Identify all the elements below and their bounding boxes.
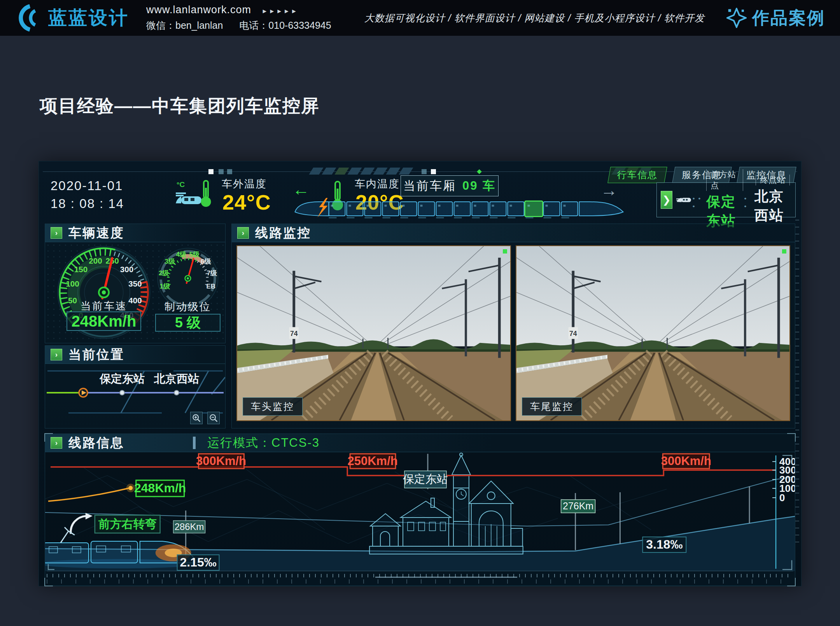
portfolio-label: 作品案例 bbox=[752, 7, 825, 30]
brake-level-label: 制动级位 bbox=[153, 300, 222, 314]
svg-text:3级: 3级 bbox=[165, 258, 175, 265]
svg-text:1级: 1级 bbox=[159, 283, 170, 290]
deco-square bbox=[431, 169, 436, 174]
chart-station-label: 保定东站 bbox=[403, 473, 448, 485]
map-station-2: 北京西站 bbox=[154, 372, 199, 385]
camera-head-label: 车头监控 bbox=[243, 397, 303, 416]
time-text: 18 : 08 : 14 bbox=[51, 195, 124, 213]
zoom-out-button[interactable] bbox=[207, 412, 220, 424]
camera-head-view[interactable]: 车头监控 bbox=[236, 245, 511, 421]
deco-square bbox=[208, 169, 214, 174]
svg-text:150: 150 bbox=[74, 265, 88, 274]
portfolio-link[interactable]: 作品案例 bbox=[726, 7, 825, 30]
next-station-label: 前方站点 bbox=[706, 169, 743, 191]
prev-car-arrow[interactable]: ← bbox=[292, 181, 310, 198]
train-thermometer-icon: °C bbox=[176, 178, 216, 211]
site-header: 蓝蓝设计 www.lanlanwork.com ►►►►► 微信：ben_lan… bbox=[0, 0, 840, 36]
camera-status-icon bbox=[503, 249, 507, 254]
deco-diamond bbox=[477, 169, 482, 174]
svg-text:°C: °C bbox=[177, 180, 185, 189]
train-monitor-dashboard: 2020-11-01 18 : 08 : 14 °C 车外温度 24°C 车内温… bbox=[39, 161, 801, 586]
chart-current-speed: 248Km/h bbox=[134, 481, 186, 495]
camera-grid: 车头监控 车尾监控 bbox=[232, 242, 795, 421]
dots-deco: • • bbox=[744, 195, 749, 210]
speed-limit-2: 250Km/h bbox=[348, 454, 398, 468]
brake-gauge: 1级 2级 3级 4级 5级 6级 7级 EB 制动级位 5 级 bbox=[153, 245, 222, 343]
current-speed-value: 248Km/h bbox=[66, 311, 141, 331]
gradient-label-1: 2.15‰ bbox=[180, 555, 217, 569]
speed-limit-1: 300Km/h bbox=[196, 454, 246, 468]
gradient-label-2: 3.18‰ bbox=[646, 537, 682, 551]
mode-divider bbox=[193, 437, 196, 449]
zoom-in-button[interactable] bbox=[190, 412, 203, 424]
edge-ruler-deco bbox=[795, 220, 799, 543]
current-car-label: 当前车厢 bbox=[403, 178, 456, 194]
inside-temp-label: 车内温度 bbox=[355, 177, 400, 191]
speed-limit-3: 300Km/h bbox=[661, 454, 711, 468]
contact-block: www.lanlanwork.com ►►►►► 微信：ben_lanlan 电… bbox=[146, 4, 331, 32]
train-diagram bbox=[291, 197, 627, 221]
svg-text:7级: 7级 bbox=[207, 269, 217, 277]
ruler-thumb[interactable] bbox=[375, 577, 517, 578]
current-position-panel: › 当前位置 保定东站 北京西站 bbox=[45, 345, 226, 428]
deco-square bbox=[227, 169, 232, 174]
outside-temp-label: 车外温度 bbox=[222, 177, 267, 191]
magnifier-plus-icon bbox=[192, 413, 201, 423]
axis-tick-0: 0 bbox=[779, 492, 785, 504]
deco-square bbox=[219, 169, 224, 174]
deco-square bbox=[422, 169, 427, 174]
train-icon bbox=[676, 193, 692, 207]
current-speed-label: 当前车速 bbox=[54, 299, 154, 313]
svg-text:6级: 6级 bbox=[201, 258, 211, 265]
svg-text:350: 350 bbox=[128, 279, 142, 288]
distance-ruler-scrollbar[interactable] bbox=[47, 571, 793, 584]
datetime-block: 2020-11-01 18 : 08 : 14 bbox=[51, 177, 124, 213]
position-panel-title: 当前位置 bbox=[68, 346, 124, 364]
station-card: ❯ • • • 前方站点 保定东站 • • 终点站 北京西站 bbox=[656, 182, 796, 217]
terminal-station-value: 北京西站 bbox=[754, 187, 791, 225]
line-panel-title: 线路信息 bbox=[68, 434, 124, 452]
logo-icon bbox=[15, 4, 42, 31]
zoom-out-wrap bbox=[207, 412, 220, 424]
wechat-text: 微信：ben_lanlan bbox=[146, 19, 223, 32]
panel-chevron-icon: › bbox=[51, 227, 62, 239]
brake-level-value: 5 级 bbox=[155, 314, 220, 332]
page-title: 项目经验——中车集团列车监控屏 bbox=[40, 94, 320, 118]
map-station-1: 保定东站 bbox=[99, 372, 145, 385]
highlighted-car bbox=[525, 201, 543, 217]
next-car-arrow[interactable]: → bbox=[600, 182, 618, 199]
camera-status-icon bbox=[782, 249, 786, 254]
chevron-icon: ❯ bbox=[661, 191, 672, 209]
outside-temp-value: 24°C bbox=[222, 190, 271, 214]
line-monitor-panel: › 线路监控 bbox=[231, 224, 795, 428]
vehicle-speed-panel: › 车辆速度 0 50 bbox=[45, 224, 226, 343]
km-marker-2: 276Km bbox=[563, 500, 593, 511]
current-car-box: 当前车厢 09 车 bbox=[401, 175, 499, 196]
current-car-value: 09 车 bbox=[462, 178, 496, 194]
panel-chevron-icon: › bbox=[51, 349, 62, 360]
date-text: 2020-11-01 bbox=[51, 177, 124, 195]
services-text: 大数据可视化设计 / 软件界面设计 / 网站建设 / 手机及小程序设计 / 软件… bbox=[364, 12, 705, 24]
website-text: www.lanlanwork.com bbox=[146, 4, 251, 16]
monitor-panel-title: 线路监控 bbox=[255, 224, 311, 242]
curve-warning-text: 前方右转弯 bbox=[98, 518, 157, 530]
line-info-panel: › 线路信息 运行模式：CTCS-3 bbox=[45, 434, 795, 586]
svg-text:200: 200 bbox=[89, 256, 102, 265]
terminal-station-label: 终点站 bbox=[756, 175, 790, 185]
svg-text:2级: 2级 bbox=[159, 269, 169, 277]
svg-text:EB: EB bbox=[206, 283, 216, 290]
slash-deco-left bbox=[311, 168, 411, 175]
panel-chevron-icon: › bbox=[237, 227, 249, 239]
camera-tail-view[interactable]: 车尾监控 bbox=[516, 245, 790, 421]
line-profile-chart: 300Km/h 250Km/h 300Km/h 248Km/h 前方右转弯 bbox=[45, 452, 795, 571]
km-marker-1: 286Km bbox=[175, 521, 204, 532]
speedometer-gauge: 0 50 100 150 200 250 300 350 400 450 bbox=[54, 242, 154, 343]
svg-text:100: 100 bbox=[66, 279, 79, 288]
logo[interactable]: 蓝蓝设计 bbox=[15, 4, 129, 31]
arrows-deco: ►►►►► bbox=[262, 8, 298, 14]
camera-tail-label: 车尾监控 bbox=[522, 397, 582, 416]
svg-text:300: 300 bbox=[120, 265, 133, 274]
zoom-in-wrap bbox=[190, 412, 203, 424]
tab-driving-info[interactable]: 行车信息 bbox=[607, 167, 667, 183]
magnifier-minus-icon bbox=[209, 413, 218, 423]
